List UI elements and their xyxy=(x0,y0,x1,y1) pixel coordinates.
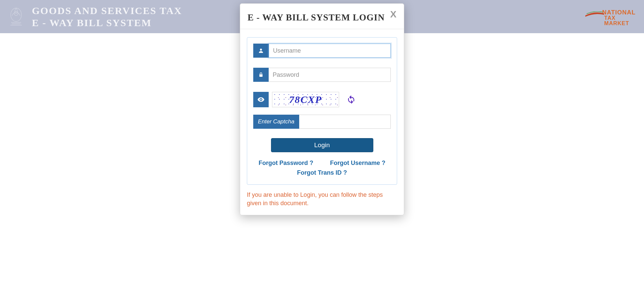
national-emblem-icon xyxy=(7,5,25,28)
forgot-password-link[interactable]: Forgot Password ? xyxy=(259,158,313,168)
captcha-text: 78CXP xyxy=(272,92,339,107)
lock-icon xyxy=(253,68,269,82)
login-panel: 78CXP Enter Captcha Login Forgot Passwor… xyxy=(247,37,397,185)
refresh-captcha-button[interactable] xyxy=(346,94,357,105)
close-button[interactable]: X xyxy=(390,9,396,20)
username-row xyxy=(253,44,391,58)
svg-point-2 xyxy=(260,49,262,51)
eye-icon xyxy=(253,92,269,107)
national-tax-market-logo: NATIONAL TAX MARKET xyxy=(602,9,636,26)
login-links: Forgot Password ? Forgot Username ? Forg… xyxy=(253,158,391,178)
user-icon xyxy=(253,44,269,58)
password-row xyxy=(253,68,391,82)
username-input[interactable] xyxy=(269,44,391,58)
captcha-input-row: Enter Captcha xyxy=(253,115,391,129)
logo-line3: MARKET xyxy=(604,21,636,26)
captcha-display-row: 78CXP xyxy=(253,92,391,107)
forgot-transid-link[interactable]: Forgot Trans ID ? xyxy=(297,169,347,176)
login-button[interactable]: Login xyxy=(271,138,373,152)
login-help-text[interactable]: If you are unable to Login, you can foll… xyxy=(247,191,397,208)
svg-rect-3 xyxy=(259,74,262,77)
logo-line2: TAX xyxy=(604,15,636,21)
modal-title: E - WAY BILL SYSTEM LOGIN xyxy=(248,12,396,23)
logo-line1: NATIONAL xyxy=(602,9,636,15)
captcha-input[interactable] xyxy=(299,115,391,129)
modal-header: E - WAY BILL SYSTEM LOGIN X xyxy=(240,4,404,29)
captcha-input-label: Enter Captcha xyxy=(253,115,299,129)
site-title-line2: E - WAY BILL SYSTEM xyxy=(32,17,182,29)
site-title-line1: GOODS AND SERVICES TAX xyxy=(32,5,182,17)
login-modal: E - WAY BILL SYSTEM LOGIN X xyxy=(240,3,404,215)
password-input[interactable] xyxy=(269,68,391,82)
forgot-username-link[interactable]: Forgot Username ? xyxy=(330,158,385,168)
site-title: GOODS AND SERVICES TAX E - WAY BILL SYST… xyxy=(32,5,182,29)
captcha-image: 78CXP xyxy=(272,92,339,107)
svg-point-4 xyxy=(260,99,262,100)
